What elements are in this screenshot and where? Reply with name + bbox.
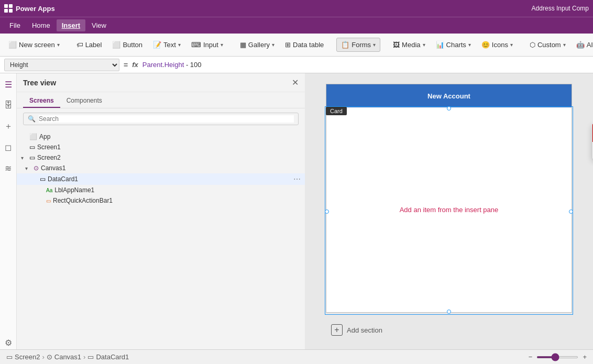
menu-insert[interactable]: Insert [57, 19, 85, 31]
formula-minus: - [184, 61, 190, 69]
formula-property2: Height [164, 61, 184, 69]
status-canvas1[interactable]: Canvas1 [54, 353, 81, 361]
card-badge: Card [326, 107, 347, 115]
tree-item-canvas1[interactable]: ▾ ⊙ Canvas1 [17, 163, 305, 173]
app-title: Power Apps [16, 5, 55, 13]
status-right: − + [529, 353, 587, 361]
grid-icon [4, 4, 13, 13]
charts-button[interactable]: 📊 Charts ▾ [432, 38, 475, 51]
zoom-minus-button[interactable]: − [529, 353, 533, 361]
forms-icon: 📋 [341, 41, 349, 49]
button-button[interactable]: ⬜ Button [108, 38, 147, 51]
input-button[interactable]: ⌨ Input ▾ [187, 38, 227, 51]
screen2-icon-status: ▭ [6, 353, 13, 361]
handle-top-center[interactable] [447, 106, 451, 111]
search-input[interactable] [39, 115, 294, 123]
menu-view[interactable]: View [86, 19, 112, 31]
add-section-icon: + [331, 324, 343, 336]
datacard1-label: DataCard1 [48, 175, 291, 183]
media-chevron: ▾ [423, 42, 425, 48]
charts-chevron: ▾ [468, 42, 471, 48]
tree-item-lblappname1[interactable]: Aa LblAppName1 [17, 185, 305, 195]
ai-builder-button[interactable]: 🤖 AI Builder ▾ [572, 38, 593, 51]
tab-screens[interactable]: Screens [23, 94, 60, 108]
breadcrumb: ▭ Screen2 › ⊙ Canvas1 › ▭ DataCard1 [6, 353, 129, 361]
app-logo: Power Apps [4, 4, 55, 13]
tree-item-screen2[interactable]: ▾ ▭ Screen2 [17, 152, 305, 163]
icons-button[interactable]: 😊 Icons ▾ [477, 38, 517, 51]
search-box: 🔍 [23, 113, 299, 125]
canvas1-label: Canvas1 [41, 164, 301, 172]
left-icon-strip: ☰ 🗄 ＋ ◻ ≋ ⚙ [0, 73, 17, 349]
status-bar: ▭ Screen2 › ⊙ Canvas1 › ▭ DataCard1 − + [0, 349, 593, 364]
gallery-chevron: ▾ [272, 42, 274, 48]
flow-icon[interactable]: ≋ [2, 161, 15, 175]
settings-strip-icon[interactable]: ⚙ [2, 336, 15, 349]
handle-mid-left[interactable] [325, 209, 329, 214]
handle-bottom-center[interactable] [447, 310, 451, 314]
canvas-form[interactable]: New Account Add an item from the insert … [326, 84, 572, 313]
menu-home[interactable]: Home [27, 19, 56, 31]
text-icon: 📝 [153, 41, 161, 49]
formula-content[interactable]: Parent.Height - 100 [142, 61, 589, 69]
custom-chevron: ▾ [563, 42, 566, 48]
datacard1-more-button[interactable]: ⋯ [293, 175, 301, 183]
add-section-button[interactable]: + Add section [326, 321, 388, 339]
form-title: New Account [427, 92, 470, 100]
tab-components[interactable]: Components [60, 94, 108, 108]
gallery-button[interactable]: ▦ Gallery ▾ [236, 38, 279, 51]
canvas1-icon: ⊙ [34, 164, 39, 172]
tree-tabs: Screens Components [17, 92, 305, 108]
new-screen-chevron: ▾ [57, 42, 60, 48]
media-button[interactable]: 🖼 Media ▾ [389, 38, 429, 51]
icons-icon: 😊 [481, 41, 490, 49]
add-section-label: Add section [347, 326, 382, 334]
input-chevron: ▾ [221, 42, 223, 48]
text-button[interactable]: 📝 Text ▾ [149, 38, 185, 51]
zoom-plus-button[interactable]: + [583, 353, 587, 361]
search-icon: 🔍 [28, 115, 36, 123]
menu-file[interactable]: File [4, 19, 26, 31]
rect-icon: ▭ [46, 198, 51, 204]
formula-bar: Height = fx Parent.Height - 100 [0, 57, 593, 73]
formula-equals: = [124, 61, 128, 69]
data-table-button[interactable]: ⊞ Data table [281, 38, 328, 51]
custom-button[interactable]: ⬡ Custom ▾ [525, 38, 570, 51]
component-icon[interactable]: ◻ [2, 140, 15, 154]
tree-close-button[interactable]: ✕ [292, 78, 299, 87]
status-datacard1[interactable]: DataCard1 [96, 353, 129, 361]
media-icon: 🖼 [393, 41, 400, 49]
empty-hint: Add an item from the insert pane [400, 206, 499, 214]
data-icon[interactable]: 🗄 [2, 98, 15, 112]
tree-item-screen1[interactable]: ▭ Screen1 [17, 142, 305, 152]
form-body: Add an item from the insert pane [326, 107, 572, 312]
icons-chevron: ▾ [510, 42, 513, 48]
form-header: New Account [326, 84, 572, 107]
handle-mid-right[interactable] [569, 209, 573, 214]
tree-item-rectquickactionbar1[interactable]: ▭ RectQuickActionBar1 [17, 195, 305, 206]
expand-icon-screen2: ▾ [21, 155, 27, 161]
formula-property: Parent [142, 61, 162, 69]
forms-chevron: ▾ [373, 42, 376, 48]
label-button[interactable]: 🏷 Label [72, 38, 106, 51]
screen1-icon: ▭ [29, 144, 35, 151]
screen2-label: Screen2 [37, 154, 301, 161]
tree-view-icon[interactable]: ☰ [2, 78, 15, 91]
button-icon: ⬜ [112, 41, 120, 49]
screen1-label: Screen1 [37, 144, 301, 151]
status-screen2[interactable]: Screen2 [15, 353, 40, 361]
rectquickactionbar1-label: RectQuickActionBar1 [53, 197, 301, 204]
tree-panel: Tree view ✕ Screens Components 🔍 ⬜ App [17, 73, 305, 349]
zoom-slider[interactable] [536, 356, 578, 358]
tree-item-app[interactable]: ⬜ App [17, 131, 305, 142]
data-table-icon: ⊞ [285, 41, 291, 49]
custom-icon: ⬡ [530, 41, 535, 49]
forms-button[interactable]: 📋 Forms ▾ [336, 38, 380, 52]
gallery-icon: ▦ [240, 41, 246, 49]
input-icon: ⌨ [191, 41, 201, 49]
add-icon[interactable]: ＋ [2, 119, 15, 133]
formula-field-select[interactable]: Height [4, 59, 119, 71]
label-icon: 🏷 [76, 41, 83, 49]
new-screen-button[interactable]: ⬜ New screen ▾ [4, 38, 64, 51]
tree-item-datacard1[interactable]: ▭ DataCard1 ⋯ [17, 173, 305, 185]
